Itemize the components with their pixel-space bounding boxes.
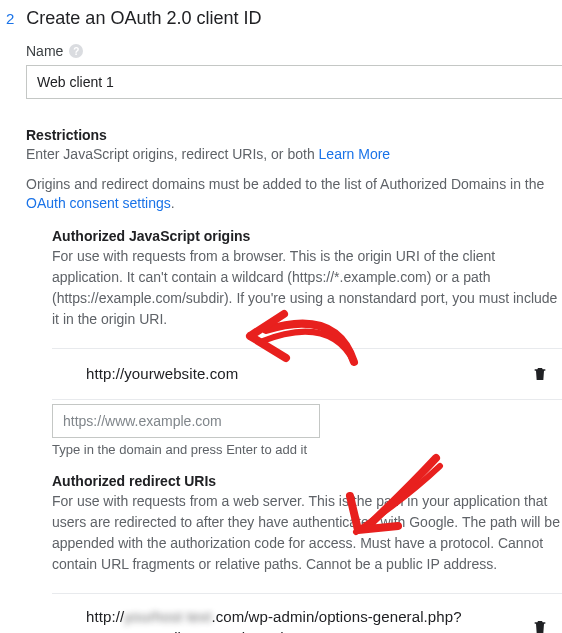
js-origins-heading: Authorized JavaScript origins: [52, 228, 562, 244]
learn-more-link[interactable]: Learn More: [319, 146, 391, 162]
page-title: Create an OAuth 2.0 client ID: [26, 8, 261, 29]
step-number: 2: [6, 10, 14, 27]
redirect-entry-value: http://yourhost text.com/wp-admin/option…: [86, 606, 516, 633]
delete-origin-button[interactable]: [526, 361, 554, 387]
trash-icon: [532, 618, 548, 633]
js-origins-description: For use with requests from a browser. Th…: [52, 246, 562, 330]
oauth-consent-link[interactable]: OAuth consent settings: [26, 195, 171, 211]
trash-icon: [532, 365, 548, 383]
name-label: Name: [26, 43, 63, 59]
redirect-entry-row: http://yourhost text.com/wp-admin/option…: [52, 594, 562, 633]
restrictions-intro: Enter JavaScript origins, redirect URIs,…: [26, 145, 562, 165]
origin-entry-value: http://yourwebsite.com: [86, 363, 238, 384]
redirect-uris-heading: Authorized redirect URIs: [52, 473, 562, 489]
help-icon[interactable]: ?: [69, 44, 83, 58]
name-input[interactable]: [26, 65, 562, 99]
origin-hint: Type in the domain and press Enter to ad…: [52, 442, 562, 457]
restrictions-heading: Restrictions: [26, 127, 562, 143]
redirect-uris-description: For use with requests from a web server.…: [52, 491, 562, 575]
delete-redirect-button[interactable]: [526, 614, 554, 633]
add-origin-input[interactable]: [52, 404, 320, 438]
restrictions-domains-note: Origins and redirect domains must be add…: [26, 175, 562, 214]
origin-entry-row: http://yourwebsite.com: [52, 349, 562, 399]
